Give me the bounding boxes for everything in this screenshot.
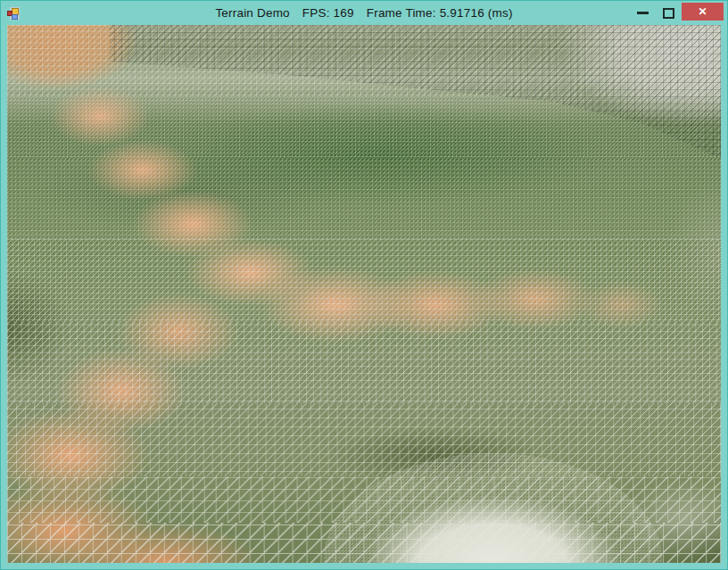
close-button[interactable]: ✕ bbox=[682, 3, 724, 21]
minimize-icon bbox=[637, 12, 649, 14]
frame-time-counter: Frame Time: 5.91716 (ms) bbox=[367, 6, 513, 20]
caption-buttons: ✕ bbox=[636, 1, 724, 25]
terrain-wireframe bbox=[7, 25, 721, 563]
window-title: Terrain Demo bbox=[215, 6, 289, 20]
minimize-button[interactable] bbox=[636, 1, 649, 25]
terrain-viewport[interactable] bbox=[7, 25, 721, 563]
app-window: Terrain Demo FPS: 169 Frame Time: 5.9171… bbox=[0, 0, 728, 570]
app-icon[interactable] bbox=[7, 7, 20, 20]
fps-counter: FPS: 169 bbox=[302, 6, 354, 20]
maximize-icon bbox=[663, 8, 674, 19]
titlebar[interactable]: Terrain Demo FPS: 169 Frame Time: 5.9171… bbox=[1, 1, 727, 25]
title-group: Terrain Demo FPS: 169 Frame Time: 5.9171… bbox=[215, 6, 512, 20]
app-icon-blue-square bbox=[12, 14, 18, 20]
maximize-button[interactable] bbox=[663, 1, 674, 25]
